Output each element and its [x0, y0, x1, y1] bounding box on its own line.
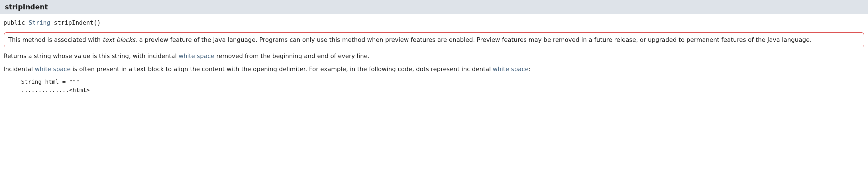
para1-before: Returns a string whose value is this str… [3, 53, 179, 60]
method-signature: public String stripIndent() [3, 19, 865, 26]
modifier-keyword: public [3, 19, 25, 26]
para1-after: removed from the beginning and end of ev… [214, 53, 369, 60]
white-space-link-1[interactable]: white space [179, 53, 215, 60]
para2-after: : [529, 66, 531, 73]
white-space-link-2[interactable]: white space [35, 66, 71, 73]
code-example: String html = """ ..............<html> [21, 78, 865, 94]
para2-before1: Incidental [3, 66, 35, 73]
white-space-link-3[interactable]: white space [493, 66, 529, 73]
para2-mid: is often present in a text block to alig… [71, 66, 493, 73]
preview-text-before: This method is associated with [8, 36, 102, 43]
method-name-and-params: stripIndent() [54, 19, 101, 26]
preview-warning-box: This method is associated with text bloc… [4, 32, 864, 47]
method-detail-content: public String stripIndent() This method … [0, 14, 868, 94]
return-type-link[interactable]: String [29, 19, 51, 26]
code-line-2: ..............<html> [21, 87, 90, 93]
preview-text-after: , a preview feature of the Java language… [135, 36, 812, 43]
code-line-1: String html = """ [21, 78, 80, 85]
method-section-header: stripIndent [0, 0, 868, 14]
preview-italic-term: text blocks [102, 36, 135, 43]
description-paragraph-1: Returns a string whose value is this str… [3, 52, 865, 61]
method-name-heading: stripIndent [5, 3, 48, 11]
description-paragraph-2: Incidental white space is often present … [3, 65, 865, 74]
